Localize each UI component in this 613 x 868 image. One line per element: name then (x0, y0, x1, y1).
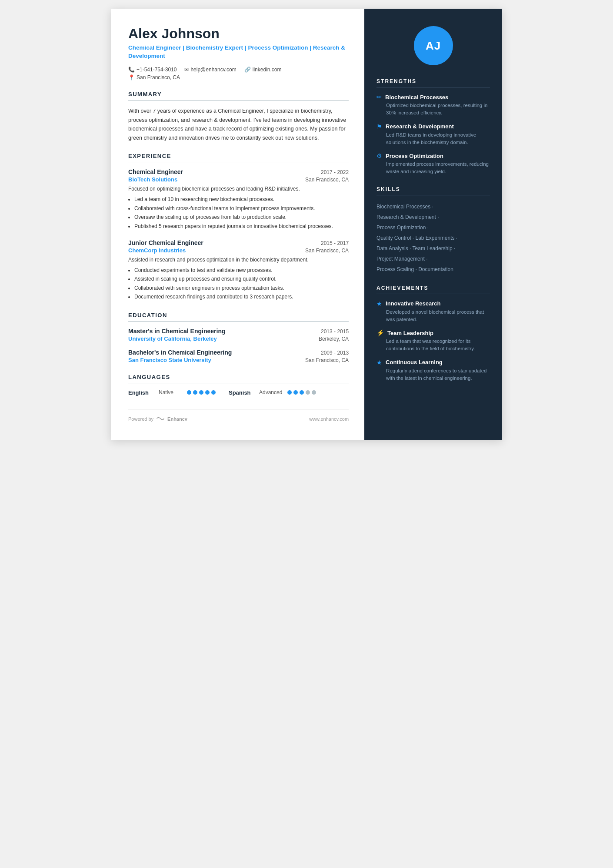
phone-number: +1-541-754-3010 (137, 67, 177, 73)
exp-header-2: Junior Chemical Engineer 2015 - 2017 (128, 239, 349, 246)
email-item: ✉ help@enhancv.com (184, 67, 236, 73)
bullet-2-3: Collaborated with senior engineers in pr… (134, 284, 349, 292)
skill-sep-5: · (455, 235, 458, 241)
achievement-icon-1: ★ (376, 300, 382, 307)
strength-header-3: ⚙ Process Optimization (376, 152, 490, 159)
dot-s-1 (287, 390, 292, 395)
brand-name: Enhancv (167, 416, 187, 422)
strength-title-1: Biochemical Processes (385, 94, 448, 101)
achievement-header-3: ★ Continuous Learning (376, 359, 490, 366)
email-address: help@enhancv.com (190, 67, 236, 73)
avatar: AJ (414, 26, 453, 65)
location-icon: 📍 (128, 74, 135, 80)
languages-section: LANGUAGES English Native Spanish (128, 374, 349, 396)
skill-sep-2: · (436, 214, 439, 220)
dot-s-3 (300, 390, 304, 395)
exp-company-2: ChemCorp Industries (128, 247, 186, 254)
skill-sep-3: · (426, 225, 429, 231)
lang-item-spanish: Spanish Advanced (229, 389, 316, 396)
strength-icon-2: ⚑ (376, 123, 382, 130)
lang-row: English Native Spanish Advanced (128, 389, 349, 396)
edu-school-row-2: San Francisco State University San Franc… (128, 357, 349, 363)
dot-s-5 (312, 390, 316, 395)
skill-3: Process Optimization (376, 225, 426, 231)
achievement-title-2: Team Leadership (387, 330, 433, 336)
dot-e-4 (205, 390, 210, 395)
location-item: 📍 San Francisco, CA (128, 74, 180, 80)
dot-e-3 (199, 390, 203, 395)
linkedin-icon: 🔗 (244, 67, 251, 73)
edu-header-2: Bachelor's in Chemical Engineering 2009 … (128, 349, 349, 356)
skill-7: Team Leadership (413, 245, 453, 251)
skill-6: Data Analysis (376, 245, 408, 251)
bullet-2-2: Assisted in scaling up processes and ens… (134, 275, 349, 283)
skill-8: Project Management (376, 256, 425, 262)
strength-desc-3: Implemented process improvements, reduci… (376, 161, 490, 176)
skill-5: Lab Experiments (415, 235, 454, 241)
strength-icon-3: ⚙ (376, 152, 382, 159)
footer-brand: Powered by Enhancv (128, 416, 187, 422)
summary-divider (128, 100, 349, 101)
experience-section: EXPERIENCE Chemical Engineer 2017 - 2022… (128, 153, 349, 301)
strength-title-3: Process Optimization (386, 153, 443, 159)
dot-s-2 (293, 390, 298, 395)
strengths-section: STRENGTHS ✏ Biochemical Processes Optimi… (364, 78, 502, 176)
bullet-1-1: Led a team of 10 in researching new bioc… (134, 195, 349, 204)
edu-degree-2: Bachelor's in Chemical Engineering (128, 349, 232, 356)
exp-date-2: 2015 - 2017 (321, 240, 349, 246)
contact-row: 📞 +1-541-754-3010 ✉ help@enhancv.com 🔗 l… (128, 67, 349, 73)
skill-4: Quality Control (376, 235, 411, 241)
exp-item-2: Junior Chemical Engineer 2015 - 2017 Che… (128, 239, 349, 302)
exp-desc-1: Focused on optimizing biochemical proces… (128, 185, 349, 193)
skill-sep-4: · (411, 235, 415, 241)
linkedin-item: 🔗 linkedin.com (244, 67, 282, 73)
strength-desc-1: Optimized biochemical processes, resulti… (376, 102, 490, 117)
resume-wrapper: Alex Johnson Chemical Engineer | Biochem… (111, 9, 502, 440)
skill-sep-8: · (425, 256, 428, 262)
lang-level-english: Native (159, 389, 183, 395)
summary-text: With over 7 years of experience as a Che… (128, 107, 349, 143)
achievement-item-2: ⚡ Team Leadership Led a team that was re… (376, 329, 490, 353)
languages-title: LANGUAGES (128, 374, 349, 380)
strength-desc-2: Led R&D teams in developing innovative s… (376, 131, 490, 147)
exp-bullets-1: Led a team of 10 in researching new bioc… (128, 195, 349, 231)
experience-divider (128, 162, 349, 162)
exp-title-2: Junior Chemical Engineer (128, 239, 203, 246)
skill-sep-1: · (430, 204, 433, 210)
achievement-title-1: Innovative Research (386, 300, 440, 307)
exp-title-1: Chemical Engineer (128, 168, 183, 175)
exp-header-1: Chemical Engineer 2017 - 2022 (128, 168, 349, 175)
lang-name-spanish: Spanish (229, 389, 255, 396)
skill-2: Research & Development (376, 214, 436, 220)
summary-section: SUMMARY With over 7 years of experience … (128, 91, 349, 143)
education-section: EDUCATION Master's in Chemical Engineeri… (128, 312, 349, 363)
lang-dots-spanish (287, 390, 316, 395)
strength-icon-1: ✏ (376, 94, 382, 101)
bullet-1-2: Collaborated with cross-functional teams… (134, 204, 349, 213)
dot-e-5 (211, 390, 216, 395)
achievements-section: ACHIEVEMENTS ★ Innovative Research Devel… (364, 285, 502, 382)
skill-1: Biochemical Processes (376, 204, 430, 210)
skill-9: Process Scaling (376, 266, 414, 272)
powered-by-text: Powered by (128, 416, 153, 422)
edu-item-2: Bachelor's in Chemical Engineering 2009 … (128, 349, 349, 363)
right-column: AJ STRENGTHS ✏ Biochemical Processes Opt… (364, 9, 502, 440)
edu-location-1: Berkeley, CA (319, 336, 349, 342)
achievement-title-3: Continuous Learning (386, 359, 443, 365)
location-row: 📍 San Francisco, CA (128, 74, 349, 80)
skills-section: SKILLS Biochemical Processes · Research … (364, 186, 502, 275)
exp-desc-2: Assisted in research and process optimiz… (128, 256, 349, 264)
strength-item-2: ⚑ Research & Development Led R&D teams i… (376, 123, 490, 147)
achievements-divider (376, 294, 490, 294)
achievement-desc-2: Led a team that was recognized for its c… (376, 338, 490, 353)
email-icon: ✉ (184, 67, 189, 73)
strength-item-3: ⚙ Process Optimization Implemented proce… (376, 152, 490, 176)
dot-e-1 (187, 390, 191, 395)
skill-sep-9: · (414, 266, 418, 272)
exp-location-2: San Francisco, CA (305, 248, 349, 254)
edu-header-1: Master's in Chemical Engineering 2013 - … (128, 328, 349, 335)
exp-bullets-2: Conducted experiments to test and valida… (128, 266, 349, 302)
achievement-item-1: ★ Innovative Research Developed a novel … (376, 300, 490, 324)
enhancv-logo-icon (156, 416, 165, 422)
education-title: EDUCATION (128, 312, 349, 318)
